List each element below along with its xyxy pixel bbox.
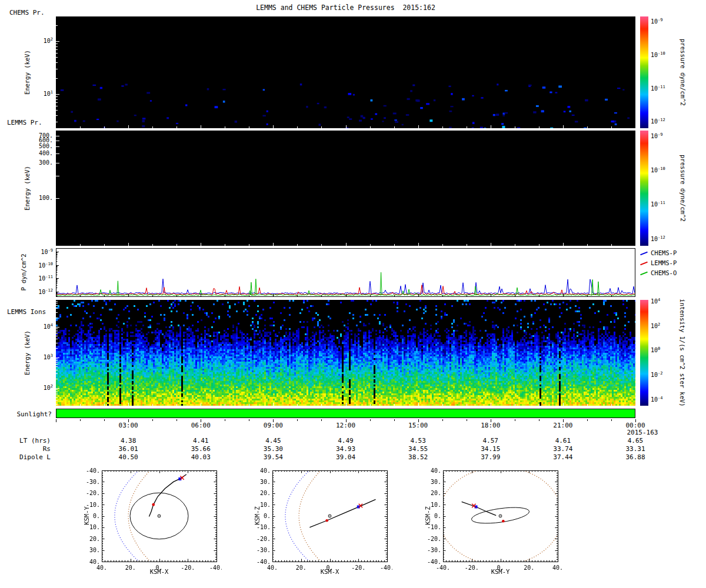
orbit3-x-axis-label: KSM-Y xyxy=(443,568,558,575)
ephemeris-value: 33.74 xyxy=(540,445,587,453)
time-tick-label: 21:00 xyxy=(545,422,581,429)
ephemeris-value: 40.50 xyxy=(105,453,152,461)
colorbar-chems-pressure xyxy=(640,16,648,128)
ephemeris-value: 33.31 xyxy=(612,445,659,453)
y-tick-label: 104 xyxy=(22,323,53,330)
colorbar-lemms-pressure xyxy=(640,131,648,246)
colorbar-tick-label: 10-9 xyxy=(651,132,682,139)
y-axis-label-pressure: P dyn/cm^2 xyxy=(20,253,27,290)
ephemeris-value: 4.41 xyxy=(177,437,224,445)
time-tick-label: 15:00 xyxy=(401,422,436,429)
end-date-label: 2015-163 xyxy=(619,429,666,436)
legend-item: CHEMS-P xyxy=(640,249,677,256)
time-axis-tick xyxy=(297,419,298,421)
time-axis-tick xyxy=(394,419,395,421)
legend-label: LEMMS-P xyxy=(651,259,677,266)
panel-label-chems-pressure: CHEMS Pr. xyxy=(9,9,45,16)
colorbar-tick-label: 10-2 xyxy=(651,371,682,378)
orbit-plot-ksmx-ksmy xyxy=(74,467,222,573)
time-axis-tick xyxy=(104,419,105,421)
colorbar-unit-pressure-1: pressure dyne/cm^2 xyxy=(680,39,687,106)
time-axis-tick xyxy=(539,419,540,421)
chems-pressure-spectrogram xyxy=(56,16,635,128)
time-axis-tick xyxy=(249,419,249,421)
ephemeris-value: 34.93 xyxy=(322,445,369,453)
orbit1-y-axis-label: KSM-Y xyxy=(83,506,90,525)
y-tick-label: 10-10 xyxy=(22,262,53,269)
colorbar-tick-label: 10-12 xyxy=(651,118,682,125)
y-tick-label: 101 xyxy=(22,90,53,97)
figure: LEMMS and CHEMS Particle Pressures 2015:… xyxy=(0,0,706,588)
ephemeris-value: 4.57 xyxy=(467,437,514,445)
orbit-plot-ksmx-ksmz xyxy=(244,467,392,573)
orbit3-y-axis-label: KSM-Z xyxy=(424,506,431,525)
orbit-plot-ksmy-ksmz xyxy=(415,467,563,573)
y-tick-label: 400. xyxy=(22,150,53,156)
chart-title: LEMMS and CHEMS Particle Pressures 2015:… xyxy=(56,4,635,12)
y-tick-label: 103 xyxy=(22,353,53,360)
time-axis-tick xyxy=(225,419,225,421)
time-axis-tick xyxy=(176,419,177,421)
y-tick-label: 102 xyxy=(22,37,53,44)
particle-pressure-line-plot xyxy=(56,248,635,297)
lemms-pressure-spectrogram xyxy=(56,131,635,246)
ephemeris-value: 39.54 xyxy=(249,453,297,461)
ephemeris-row-label: Rs xyxy=(1,445,51,453)
time-axis-tick xyxy=(370,419,371,421)
ephemeris-value: 34.15 xyxy=(467,445,514,453)
time-axis-tick xyxy=(515,419,515,421)
time-tick-label: 12:00 xyxy=(328,422,364,429)
ephemeris-value: 4.45 xyxy=(249,437,297,445)
time-tick-label: 06:00 xyxy=(183,422,218,429)
orbit2-y-axis-label: KSM-Z xyxy=(254,506,261,525)
ephemeris-value: 35.66 xyxy=(177,445,224,453)
time-axis-tick xyxy=(611,419,612,421)
ephemeris-value: 36.88 xyxy=(612,453,659,461)
y-tick-label: 100. xyxy=(22,195,53,201)
y-axis-label-energy-2: Energy (keV) xyxy=(24,166,31,211)
ephemeris-value: 39.04 xyxy=(322,453,369,461)
y-axis-label-energy-1: Energy (keV) xyxy=(24,50,31,95)
ephemeris-value: 40.03 xyxy=(177,453,224,461)
time-axis-tick xyxy=(467,419,467,421)
colorbar-tick-label: 100 xyxy=(651,346,682,353)
time-axis-tick xyxy=(321,419,322,421)
colorbar-tick-label: 102 xyxy=(651,322,682,329)
time-tick-label: 00:00 xyxy=(618,422,653,429)
colorbar-tick-label: 10-12 xyxy=(651,235,682,242)
sunlight-label: Sunlight? xyxy=(5,410,52,418)
colorbar-tick-label: 10-9 xyxy=(651,18,682,25)
orbit2-x-axis-label: KSM-X xyxy=(272,568,387,575)
panel-label-lemms-pressure: LEMMS Pr. xyxy=(7,119,42,126)
time-axis-tick xyxy=(152,419,153,421)
ephemeris-value: 4.49 xyxy=(322,437,369,445)
lemms-ions-spectrogram xyxy=(56,300,635,406)
ephemeris-value: 4.38 xyxy=(105,437,152,445)
ephemeris-row-label: LT (hrs) xyxy=(1,437,51,445)
colorbar-tick-label: 10-4 xyxy=(651,396,682,403)
legend-item: CHEMS-O xyxy=(640,269,677,276)
legend-line-swatch xyxy=(640,272,648,276)
y-tick-label: 10-11 xyxy=(22,275,53,282)
panel-label-lemms-ions: LEMMS Ions xyxy=(7,308,46,316)
ephemeris-row-label: Dipole L xyxy=(1,453,51,461)
ephemeris-value: 35.30 xyxy=(249,445,297,453)
y-tick-label: 500. xyxy=(22,143,53,149)
colorbar-unit-pressure-2: pressure dyne/cm^2 xyxy=(680,155,687,222)
y-tick-label: 10-9 xyxy=(22,248,53,255)
sunlight-indicator-bar xyxy=(56,409,635,418)
ephemeris-value: 37.99 xyxy=(467,453,514,461)
time-axis-tick xyxy=(442,419,443,421)
time-axis-tick xyxy=(80,419,81,421)
legend-label: CHEMS-P xyxy=(651,249,677,256)
ephemeris-value: 38.52 xyxy=(395,453,442,461)
time-axis-tick xyxy=(56,419,56,422)
colorbar-lemms-ions xyxy=(640,300,648,406)
legend-item: LEMMS-P xyxy=(640,259,677,266)
colorbar-tick-label: 10-10 xyxy=(651,51,682,58)
y-tick-label: 10-12 xyxy=(22,288,53,295)
legend-label: CHEMS-O xyxy=(651,269,677,276)
ephemeris-value: 4.61 xyxy=(540,437,587,445)
legend-line-swatch xyxy=(640,262,648,266)
colorbar-tick-label: 104 xyxy=(651,298,682,305)
